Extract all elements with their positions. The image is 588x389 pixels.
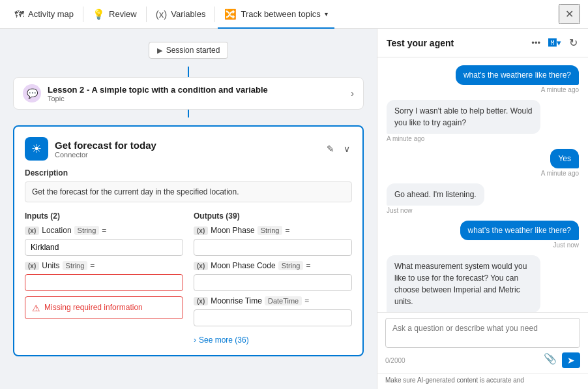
connector-line-2	[188, 110, 189, 117]
message-wrapper-4: Go ahead. I'm listening. Just now	[387, 183, 579, 214]
description-text: Get the forecast for the current day in …	[25, 181, 352, 202]
connector-icon: ☀	[25, 137, 48, 161]
message-time-4: Just now	[387, 207, 412, 214]
attach-icon[interactable]: 📎	[544, 352, 557, 368]
location-eq: =	[102, 226, 106, 235]
topic-icon: 💬	[23, 84, 41, 102]
main-content: ▶ Session started 💬 Lesson 2 - A simple …	[0, 29, 588, 389]
chat-input-footer: 0/2000 📎 ➤	[385, 352, 580, 368]
moon-phase-badge: (x)	[194, 226, 208, 235]
location-name: Location	[42, 226, 71, 235]
test-header: Test your agent ••• 🅼▾ ↻	[377, 29, 588, 57]
message-wrapper-6: What measurement system would you like t…	[387, 255, 579, 312]
message-time-5: Just now	[553, 241, 579, 249]
user-message-1: what's the weathere like there?	[456, 65, 579, 85]
moon-phase-code-name: Moon Phase Code	[211, 261, 275, 270]
chat-area: what's the weathere like there? A minute…	[377, 57, 588, 312]
inputs-col: Inputs (2) (x) Location String = (x) Uni…	[25, 211, 183, 345]
map-icon: 🗺	[14, 8, 24, 20]
location-input[interactable]	[25, 239, 183, 256]
track-chevron-icon: ▾	[325, 10, 328, 18]
field-row-moon-phase-code: (x) Moon Phase Code String =	[194, 261, 352, 270]
chat-buttons: 📎 ➤	[544, 352, 580, 368]
moon-phase-code-input[interactable]	[194, 274, 352, 291]
message-time-2: A minute ago	[387, 135, 424, 142]
nav-track-between-topics[interactable]: 🔀 Track between topics ▾	[218, 0, 334, 29]
location-type: String	[74, 226, 100, 235]
connector-title-group: Get forecast for today Connector	[55, 140, 156, 159]
outputs-title: Outputs (39)	[194, 211, 352, 221]
brand-logo-icon: 🅼▾	[547, 37, 563, 49]
session-started-button[interactable]: ▶ Session started	[149, 42, 229, 59]
nav-activity-map-label: Activity map	[28, 9, 74, 19]
see-more-label: See more (36)	[199, 335, 249, 345]
user-message-2: Yes	[550, 149, 579, 168]
moon-phase-input[interactable]	[194, 239, 352, 256]
field-row-moonrise-time: (x) Moonrise Time DateTime =	[194, 296, 352, 305]
see-more-button[interactable]: › See more (36)	[194, 335, 352, 345]
outputs-col: Outputs (39) (x) Moon Phase String = (x)…	[194, 211, 352, 345]
topic-card[interactable]: 💬 Lesson 2 - A simple topic with a condi…	[13, 77, 364, 110]
nav-track-label: Track between topics	[241, 9, 320, 19]
chat-input[interactable]	[385, 318, 580, 348]
refresh-icon[interactable]: ↻	[568, 35, 579, 50]
error-box: ⚠ Missing required information	[25, 296, 183, 319]
bot-message-1: Sorry I wasn't able to help better. Woul…	[387, 100, 540, 134]
moon-phase-code-type: String	[278, 261, 304, 270]
moon-phase-eq: =	[285, 226, 289, 235]
nav-variables[interactable]: (x) Variables	[149, 0, 213, 29]
nav-review-label: Review	[109, 9, 137, 19]
disclaimer-text: Make sure AI-generated content is accura…	[377, 373, 588, 389]
connector-subtitle: Connector	[55, 151, 156, 159]
nav-review[interactable]: 💡 Review	[86, 0, 143, 29]
nav-divider-3	[214, 7, 215, 22]
message-wrapper-5: what's the weather like there? Just now	[387, 221, 579, 249]
moon-phase-code-eq: =	[306, 261, 310, 270]
connector-box: ☀ Get forecast for today Connector ✎ ∨ D…	[13, 125, 364, 356]
close-button[interactable]: ✕	[559, 4, 580, 24]
field-row-location: (x) Location String =	[25, 226, 183, 235]
nav-divider-2	[146, 7, 147, 22]
session-started-label: Session started	[166, 46, 220, 55]
description-label: Description	[25, 168, 352, 178]
char-count: 0/2000	[385, 357, 405, 364]
units-badge: (x)	[25, 262, 39, 270]
bot-message-2: Go ahead. I'm listening.	[387, 183, 484, 206]
message-wrapper-3: Yes A minute ago	[387, 149, 579, 177]
topic-info: Lesson 2 - A simple topic with a conditi…	[48, 85, 344, 102]
message-time-3: A minute ago	[541, 170, 579, 177]
test-actions: ••• 🅼▾ ↻	[530, 35, 579, 50]
edit-icon[interactable]: ✎	[325, 142, 336, 156]
connector-actions: ✎ ∨	[325, 142, 352, 156]
error-text: Missing required information	[44, 302, 143, 313]
bot-message-3: What measurement system would you like t…	[387, 255, 540, 312]
moon-phase-name: Moon Phase	[211, 226, 254, 235]
track-icon: 🔀	[224, 8, 237, 20]
moonrise-time-input[interactable]	[194, 309, 352, 326]
topic-name: Lesson 2 - A simple topic with a conditi…	[48, 85, 344, 95]
warning-icon: ⚠	[32, 303, 40, 313]
inputs-title: Inputs (2)	[25, 211, 183, 221]
chevron-down-icon[interactable]: ∨	[342, 142, 352, 156]
units-type: String	[63, 261, 88, 270]
variables-icon: (x)	[156, 8, 168, 20]
message-time-1: A minute ago	[541, 86, 579, 93]
message-wrapper-2: Sorry I wasn't able to help better. Woul…	[387, 100, 579, 142]
topic-type: Topic	[48, 95, 344, 102]
test-panel-title: Test your agent	[387, 38, 530, 48]
test-panel: Test your agent ••• 🅼▾ ↻ what's the weat…	[377, 29, 588, 389]
field-row-moon-phase: (x) Moon Phase String =	[194, 226, 352, 235]
location-badge: (x)	[25, 226, 39, 235]
more-options-icon[interactable]: •••	[530, 37, 542, 49]
units-eq: =	[90, 261, 95, 270]
session-started-container: ▶ Session started	[13, 42, 364, 59]
units-input[interactable]	[25, 274, 183, 291]
connector-header: ☀ Get forecast for today Connector ✎ ∨	[25, 137, 352, 161]
play-icon: ▶	[157, 46, 162, 55]
send-button[interactable]: ➤	[562, 352, 580, 368]
nav-variables-label: Variables	[171, 9, 205, 19]
moon-phase-code-badge: (x)	[194, 262, 208, 270]
topic-expand-icon: ›	[351, 88, 354, 99]
units-name: Units	[42, 261, 59, 270]
nav-activity-map[interactable]: 🗺 Activity map	[8, 0, 80, 29]
